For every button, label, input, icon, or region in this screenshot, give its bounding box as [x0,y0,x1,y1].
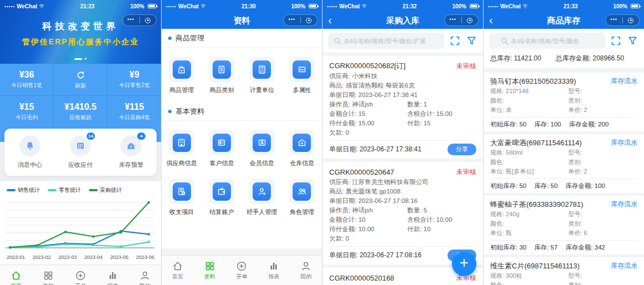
operator: 操作员: 神话jsh [329,206,407,215]
filter-icon[interactable] [627,35,638,47]
wifi-icon [200,4,206,8]
add-fab-button[interactable]: + [452,252,476,276]
grid-item-settlement-account[interactable]: 结算账户 [202,173,242,222]
spec: 规格: 240g [490,210,568,219]
quantity: 数量: 1 [407,100,476,109]
quick-action-label: 库存预警 [119,161,143,169]
model: 型号: [568,271,582,281]
footer-date: 单据日期: 2023-06-27 17:38:41 [329,145,421,154]
tab-me[interactable]: 我的 [290,256,322,285]
legend-chip-sales [7,189,16,191]
stock-item[interactable]: 蜂蜜柚子茶(6933833902781) 库存流水 规格: 240g型号: 颜色… [484,196,644,255]
svg-text:SKU: SKU [299,68,304,71]
stock-flow-link[interactable]: 库存流水 [611,200,637,209]
initial-stock: 初始库存: 30 [490,243,526,252]
color: 颜色: [490,281,568,285]
grid-item-goods-manage[interactable]: 商品管理 [162,51,202,100]
unpaid-amount: 待付金额: 10.00 [329,225,407,234]
tab-home[interactable]: 首页 [0,265,32,285]
tab-new-order[interactable]: 开单 [226,256,258,285]
purchase-card[interactable]: CGRK00000520682[订] 未审核 供应商: 小米科技 商品: 感冒清… [323,56,483,159]
grid-item-income-expense[interactable]: 收支项目 [162,173,202,222]
grid-item-role-manage[interactable]: 角色管理 [282,173,322,222]
goods-grid: 商品管理 商品类别 计量单位 SKU 多属性 [162,48,322,102]
search-input[interactable] [511,38,595,44]
footer-date: 单据日期: 2023-06-27 17:08:16 [329,251,421,260]
category: 类别: [568,219,582,228]
grid-item-measure-unit[interactable]: 计量单位 [242,51,282,100]
scan-icon[interactable] [449,35,461,47]
tab-me[interactable]: 我的 [129,265,161,285]
tab-home[interactable]: 首页 [162,256,194,285]
stock-item[interactable]: 大富豪啤酒(6987115461114) 库存流水 规格: 580ml型号: 颜… [484,134,644,193]
tab-data[interactable]: 资料 [32,265,64,285]
total-stock-value: 总库存金额: 208966.50 [556,54,624,63]
grid-item-handler-manage[interactable]: 经手人管理 [242,173,282,222]
stock-item[interactable]: 骑马钉本(6921505023339) 库存流水 规格: 210*148型号: … [484,73,644,131]
goods-row: 商品: 感冒清热颗粒 每袋装6克 [329,81,476,90]
quick-action-stock-alert[interactable]: 4 库存预警 [106,135,157,169]
search-box[interactable] [328,33,444,49]
tab-reports[interactable]: 报表 [258,256,290,285]
stock-flow-link[interactable]: 库存流水 [611,77,637,86]
grid-item-goods-category[interactable]: 商品类别 [202,51,242,100]
purchase-card[interactable]: CGRK00000520647 未审核 供应商: 江苏鲁克生物科技有限公司 商品… [323,162,483,264]
share-button[interactable]: 分享 [447,144,476,155]
minimize-button[interactable] [462,18,479,23]
grid-item-member-info[interactable]: 会员信息 [242,124,282,173]
stock-item[interactable]: 维生素C片(6987115461113) 库存流水 规格: 300粒型号: 颜色… [484,257,644,285]
grid-item-customer-info[interactable]: 客户信息 [202,124,242,173]
sku-icon: SKU [296,64,308,75]
grid-item-supplier-info[interactable]: 供应商信息 [162,124,202,173]
wechat-capsule: ••• [605,14,640,26]
back-button[interactable]: ‹ [328,14,332,26]
carrier-label: WeChat [17,3,37,9]
calendar-grid-icon [75,140,86,151]
tab-data[interactable]: 资料 [194,256,226,285]
target-icon [467,18,472,23]
model: 型号: [568,148,582,157]
current-stock: 库存: 50 [534,182,557,191]
home-icon [172,261,183,272]
more-button[interactable]: ••• [445,17,461,24]
filter-icon[interactable] [466,35,477,47]
plus-circle-icon [75,270,86,281]
carousel-dot [84,58,87,60]
tab-reports[interactable]: 报表 [97,265,129,285]
grid-item-warehouse-info[interactable]: 仓库信息 [282,124,322,173]
refresh-button[interactable]: 刷新 [54,64,107,95]
stock-flow-link[interactable]: 库存流水 [611,138,637,147]
quick-action-messages[interactable]: 消息中心 [4,135,55,169]
target-icon [306,18,311,23]
battery-icon [309,4,318,8]
tab-new-order[interactable]: 开单 [64,265,97,285]
calculator-icon [256,64,268,75]
doc-code: CGRK00000520682[订] [329,61,405,71]
more-button[interactable]: ••• [606,17,622,24]
carousel-indicator [0,58,161,60]
search-input[interactable] [344,38,440,44]
minimize-button[interactable] [301,18,318,23]
bar-chart-icon [107,270,118,281]
chart-x-axis-labels: 2023-01 2023-02 2023-03 2023-04 2023-05 … [6,253,155,262]
search-box[interactable] [489,33,605,49]
signal-dots-icon: ••••• [488,4,499,9]
scan-icon[interactable] [610,35,622,47]
more-button[interactable]: ••• [284,17,300,24]
warehouse-icon [296,137,308,148]
carrier-label: WeChat [178,3,199,9]
quick-action-payables[interactable]: 14 应收应付 [55,135,105,169]
minimize-button[interactable] [623,18,640,23]
page-title: 商品库存 [547,16,581,26]
member-card-icon [256,137,268,148]
screen-goods-stock: ••••• WeChat 21:33 100% ‹ 商品库存 ••• [483,0,644,285]
grid-item-multi-attribute[interactable]: SKU 多属性 [282,51,322,100]
customer-card-icon [216,137,227,148]
search-icon [333,37,342,45]
status-bar: ••••• WeChat 21:33 100% [484,0,644,12]
supplier-icon [176,137,187,148]
amount-total: 金额合计: 15 [329,109,407,119]
back-button[interactable]: ‹ [489,14,493,26]
stock-flow-link[interactable]: 库存流水 [611,261,637,271]
initial-stock: 初始库存: 50 [490,182,526,191]
